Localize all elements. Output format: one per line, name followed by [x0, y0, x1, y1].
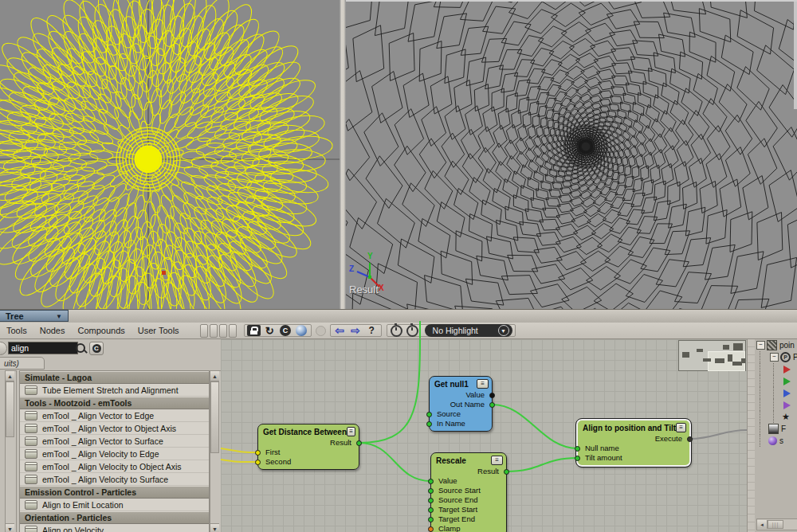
input-port-null-name[interactable]	[575, 446, 580, 452]
scroll-up-icon[interactable]: ▲	[210, 371, 219, 381]
compound-icon	[25, 526, 37, 532]
scroll-left-icon[interactable]: ◂	[757, 520, 768, 529]
scrollbar-thumb[interactable]	[210, 381, 219, 453]
gradient-icon	[768, 424, 779, 434]
port-label: Source Start	[438, 486, 481, 495]
preset-item-align-on-velocity[interactable]: Align on Velocity	[20, 524, 209, 532]
port-value: Value	[431, 476, 506, 486]
preset-item-tube-element-stretch-and-alignment[interactable]: Tube Element Stretch and Alignment	[20, 384, 209, 397]
preset-group-emission-control-particles[interactable]: Emission Control - Particles	[20, 486, 209, 499]
input-port-source-end[interactable]	[428, 498, 434, 503]
sidebar-partial-tab[interactable]: uits)	[0, 357, 45, 370]
lock-icon[interactable]	[247, 325, 261, 336]
clipped-round-button[interactable]	[0, 342, 7, 355]
input-port-target-end[interactable]	[428, 517, 434, 522]
output-port-out-name[interactable]	[489, 402, 495, 408]
node-menu-icon[interactable]: ≡	[676, 423, 686, 432]
preset-group-simulate-lagoa[interactable]: Simulate - Lagoa	[20, 371, 209, 384]
history-forward-icon[interactable]: ⇨	[349, 325, 363, 336]
node-rescale[interactable]: Rescale≡ResultValueSource StartSource En…	[430, 452, 507, 532]
explorer-row-p[interactable]: −PP	[755, 351, 797, 363]
explorer-row-s[interactable]: s	[755, 435, 797, 447]
input-port-target-start[interactable]	[428, 507, 434, 513]
scroll-down-icon[interactable]: ▼	[210, 523, 219, 532]
compound-icon	[25, 436, 37, 446]
preset-item-emtool-align-velocity-to-surface[interactable]: emTool _ Align Velocity to Surface	[20, 473, 209, 486]
preset-label: Emission Control - Particles	[25, 487, 136, 497]
output-port-result[interactable]	[504, 469, 509, 475]
tree-tab[interactable]: Tree ▼	[0, 310, 69, 322]
search-input[interactable]	[8, 342, 78, 354]
scroll-up-icon[interactable]: ▲	[6, 371, 14, 381]
explorer-row[interactable]	[755, 387, 797, 399]
history-back-icon[interactable]: ⇦	[333, 325, 347, 336]
preset-item-emtool-align-vector-to-surface[interactable]: emTool _ Align Vector to Surface	[20, 435, 209, 448]
menu-nodes[interactable]: Nodes	[33, 326, 72, 335]
explorer-row-f[interactable]: F	[755, 423, 797, 435]
menu-user-tools[interactable]: User Tools	[132, 326, 186, 335]
node-graph-canvas[interactable]: Get Distance Between≡ResultFirstSecondGe…	[221, 339, 747, 532]
toolbar-grip[interactable]	[200, 324, 237, 338]
toolbar-group-1: ↻ C	[244, 324, 312, 337]
timer-icon[interactable]	[390, 325, 403, 336]
input-port-value[interactable]	[428, 479, 434, 484]
viewport-scroll-strip[interactable]	[794, 2, 797, 109]
cycle-button[interactable]: C	[279, 325, 292, 336]
preset-item-emtool-align-vector-to-object-axis[interactable]: emTool _ Align Vector to Object Axis	[20, 422, 209, 435]
web-button[interactable]	[295, 325, 308, 336]
node-menu-icon[interactable]: ≡	[347, 427, 355, 436]
collapse-icon[interactable]: −	[770, 353, 779, 362]
scroll-down-icon[interactable]: ▼	[6, 523, 14, 532]
input-port-clamp[interactable]	[428, 526, 434, 532]
output-port-value[interactable]	[489, 393, 495, 398]
input-port-first[interactable]	[255, 450, 261, 456]
sphere-icon	[768, 436, 777, 445]
input-port-tilt-amount[interactable]	[575, 456, 580, 461]
explorer-row-poin[interactable]: −poin	[755, 339, 797, 351]
input-port-source[interactable]	[426, 412, 432, 417]
explorer-row[interactable]	[755, 399, 797, 411]
preset-group-tools-mootzoid-emtools[interactable]: Tools - Mootzoid - emTools	[20, 397, 209, 409]
output-port-execute[interactable]	[687, 436, 693, 442]
node-menu-icon[interactable]: ≡	[477, 379, 489, 389]
star-icon: ★	[782, 413, 791, 421]
timer-flag-icon[interactable]	[406, 325, 419, 336]
navigator-minimap[interactable]	[678, 340, 746, 371]
highlight-dropdown[interactable]: No Highlight ▼	[425, 324, 512, 337]
preset-item-align-to-emit-location[interactable]: Align to Emit Location	[20, 499, 209, 511]
port-label: Value	[438, 476, 457, 485]
explorer-hscrollbar[interactable]: ◂|||	[756, 518, 797, 530]
preset-item-emtool-align-velocity-to-object-axis[interactable]: emTool _ Align Velocity to Object Axis	[20, 460, 209, 473]
collapse-icon[interactable]: −	[756, 341, 765, 350]
preset-item-emtool-align-vector-to-edge[interactable]: emTool _ Align Vector to Edge	[20, 409, 209, 422]
sidebar-right-scrollbar[interactable]: ▲ ▼	[210, 370, 222, 532]
explorer-row[interactable]: ★	[755, 411, 797, 423]
node-menu-icon[interactable]: ≡	[491, 456, 503, 465]
node-get-distance-between[interactable]: Get Distance Between≡ResultFirstSecond	[257, 424, 359, 470]
wire	[359, 443, 431, 481]
help-icon[interactable]: ?	[365, 325, 379, 336]
scrollbar-thumb[interactable]: |||	[768, 520, 783, 529]
node-align-to-position-and-tilt[interactable]: Align to position and Tilt≡ExecuteNull n…	[576, 419, 691, 467]
explorer-row[interactable]	[755, 363, 797, 375]
viewport-3d-left[interactable]	[0, 0, 340, 309]
menu-tools[interactable]: Tools	[0, 326, 33, 335]
output-port-result[interactable]	[356, 440, 362, 446]
node-title: Rescale	[436, 456, 466, 465]
clear-search-button[interactable]: C	[89, 342, 104, 355]
preset-group-orientation-particles[interactable]: Orientation - Particles	[20, 511, 209, 524]
sidebar-left-scrollbar[interactable]: ▲ ▼	[5, 370, 17, 532]
explorer-row[interactable]	[755, 375, 797, 387]
preset-item-emtool-align-velocity-to-edge[interactable]: emTool _ Align Velocity to Edge	[20, 448, 209, 460]
viewport-divider[interactable]	[340, 0, 346, 309]
refresh-icon[interactable]: ↻	[263, 325, 277, 336]
preset-label: emTool _ Align Velocity to Edge	[42, 449, 159, 459]
input-port-second[interactable]	[255, 460, 261, 465]
input-port-source-start[interactable]	[428, 488, 434, 494]
scrollbar-thumb[interactable]	[6, 381, 14, 437]
input-port-in-name[interactable]	[426, 421, 432, 427]
menu-compounds[interactable]: Compounds	[71, 326, 131, 335]
search-icon[interactable]	[76, 343, 85, 353]
viewport-3d-right[interactable]: Y Z X Result	[346, 0, 797, 311]
node-get-null1[interactable]: Get null1≡ValueOut NameSourceIn Name	[429, 376, 493, 432]
